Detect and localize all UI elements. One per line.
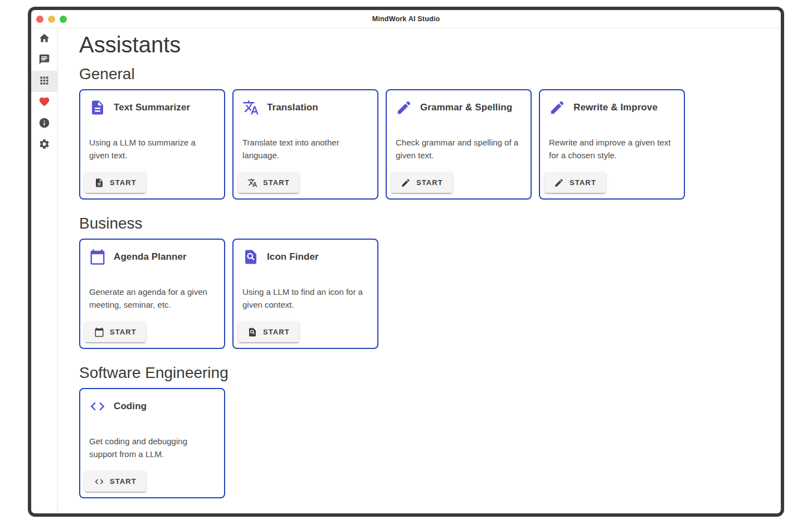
section-heading: Business [79, 214, 767, 233]
app-window: MindWork AI Studio Assistants General Te… [28, 7, 784, 517]
card-description: Check grammar and spelling of a given te… [387, 136, 531, 162]
start-button[interactable]: START [85, 471, 146, 492]
card-actions: START [540, 172, 684, 198]
chat-icon [38, 54, 50, 67]
calendar-icon [89, 249, 106, 265]
card-header: Grammar & Spelling [387, 90, 531, 116]
document-icon [94, 178, 104, 188]
card-header: Text Summarizer [80, 90, 224, 116]
start-button-label: START [110, 477, 137, 486]
start-button-label: START [110, 178, 137, 187]
sections-container: General Text Summarizer Using a LLM to s… [79, 65, 767, 498]
card-actions: START [80, 322, 224, 348]
code-icon [94, 477, 104, 487]
card-title: Coding [114, 401, 147, 412]
card-header: Coding [80, 389, 224, 415]
pencil-icon [554, 178, 564, 188]
start-button-label: START [570, 178, 596, 187]
card-description: Translate text into another language. [234, 136, 377, 162]
card-title: Text Summarizer [114, 102, 190, 113]
pencil-icon [396, 99, 412, 116]
document-icon [89, 99, 106, 116]
start-button[interactable]: START [238, 322, 299, 342]
icon-search-icon [247, 327, 257, 337]
sidebar [31, 28, 58, 513]
icon-search-icon [242, 249, 259, 265]
sidebar-item-favorites[interactable] [31, 92, 57, 113]
start-button[interactable]: START [85, 172, 146, 193]
card-header: Icon Finder [234, 240, 377, 265]
start-button[interactable]: START [544, 172, 606, 193]
section-heading: Software Engineering [79, 363, 767, 382]
main-content: Assistants General Text Summarizer Using… [58, 28, 781, 513]
start-button-label: START [263, 178, 290, 187]
heart-icon [38, 96, 50, 110]
window-body: Assistants General Text Summarizer Using… [31, 28, 781, 513]
assistant-card: Icon Finder Using a LLM to find an icon … [232, 239, 378, 349]
card-title: Icon Finder [267, 251, 319, 263]
assistant-section: General Text Summarizer Using a LLM to s… [79, 65, 767, 200]
card-header: Agenda Planner [80, 240, 224, 265]
card-title: Translation [267, 102, 318, 113]
card-header: Translation [234, 90, 377, 116]
card-row: Agenda Planner Generate an agenda for a … [79, 239, 767, 349]
screen: MindWork AI Studio Assistants General Te… [0, 0, 812, 529]
card-actions: START [387, 172, 531, 198]
sidebar-item-about[interactable] [31, 113, 57, 134]
card-description: Using a LLM to find an icon for a given … [234, 285, 377, 311]
card-title: Grammar & Spelling [420, 102, 512, 113]
traffic-lights [31, 16, 67, 23]
assistant-section: Software Engineering Coding Get coding a… [79, 363, 767, 498]
gear-icon [38, 138, 50, 152]
sidebar-item-home[interactable] [31, 28, 57, 50]
zoom-window-button[interactable] [60, 16, 67, 23]
assistant-card: Grammar & Spelling Check grammar and spe… [386, 89, 532, 200]
card-actions: START [80, 471, 224, 497]
page-title: Assistants [79, 31, 767, 58]
pencil-icon [549, 99, 566, 116]
card-row: Text Summarizer Using a LLM to summarize… [79, 89, 767, 200]
minimize-window-button[interactable] [48, 16, 55, 23]
close-window-button[interactable] [36, 16, 43, 23]
window-title: MindWork AI Studio [31, 15, 781, 23]
card-description: Generate an agenda for a given meeting, … [80, 285, 224, 311]
info-icon [38, 117, 50, 131]
sidebar-item-settings[interactable] [31, 134, 57, 156]
titlebar: MindWork AI Studio [31, 10, 781, 28]
code-icon [89, 398, 106, 415]
card-description: Rewrite and improve a given text for a c… [540, 136, 684, 162]
assistant-card: Translation Translate text into another … [232, 89, 378, 200]
home-icon [38, 32, 50, 46]
card-actions: START [234, 172, 377, 198]
card-description: Using a LLM to summarize a given text. [80, 136, 224, 162]
start-button-label: START [416, 178, 443, 187]
calendar-icon [94, 327, 104, 337]
card-actions: START [80, 172, 224, 198]
start-button[interactable]: START [238, 172, 299, 193]
assistant-card: Agenda Planner Generate an agenda for a … [79, 239, 225, 349]
start-button-label: START [110, 328, 137, 336]
assistant-card: Coding Get coding and debugging support … [79, 388, 225, 498]
card-row: Coding Get coding and debugging support … [79, 388, 767, 498]
section-heading: General [79, 65, 767, 84]
card-actions: START [234, 322, 377, 348]
translate-icon [242, 99, 259, 116]
start-button[interactable]: START [85, 322, 146, 342]
translate-icon [247, 178, 257, 188]
card-header: Rewrite & Improve [540, 90, 684, 116]
sidebar-item-chat[interactable] [31, 50, 57, 71]
assistant-card: Text Summarizer Using a LLM to summarize… [79, 89, 225, 200]
assistant-card: Rewrite & Improve Rewrite and improve a … [539, 89, 685, 200]
card-description: Get coding and debugging support from a … [80, 435, 224, 460]
pencil-icon [401, 178, 411, 188]
start-button-label: START [263, 328, 290, 336]
assistant-section: Business Agenda Planner Generate an agen… [79, 214, 767, 349]
sidebar-item-assistants[interactable] [31, 71, 57, 92]
card-title: Rewrite & Improve [573, 102, 658, 113]
card-title: Agenda Planner [114, 251, 187, 263]
start-button[interactable]: START [391, 172, 453, 193]
apps-grid-icon [38, 75, 50, 89]
